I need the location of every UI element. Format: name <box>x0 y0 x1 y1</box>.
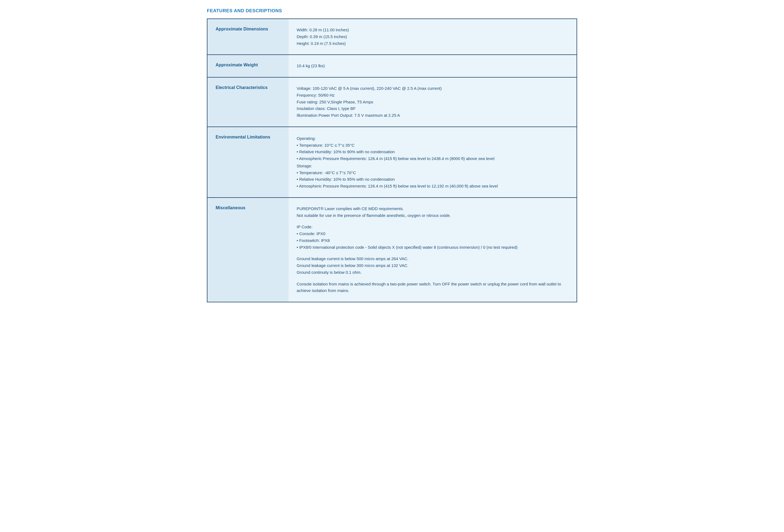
misc-para-1: PUREPOINT® Laser complies with CE MDD re… <box>297 205 568 219</box>
features-table: Approximate Dimensions Width: 0.28 m (11… <box>207 19 577 302</box>
dimension-line-2: Depth: 0.39 m (15.5 inches) <box>297 33 568 40</box>
ip-item-3: • IPX8/0 International protection code -… <box>297 244 568 251</box>
storage-item-2: • Relative Humidity: 10% to 95% with no … <box>297 176 568 183</box>
dimension-line-1: Width: 0.28 m (11.00 inches) <box>297 27 568 33</box>
row-value-miscellaneous: PUREPOINT® Laser complies with CE MDD re… <box>288 198 577 302</box>
electrical-line-3: Fuse rating: 250 V,Single Phase, T5 Amps <box>297 99 568 106</box>
electrical-line-1: Voltage: 100-120 VAC @ 5 A (max current)… <box>297 85 568 92</box>
row-label-electrical-characteristics: Electrical Characteristics <box>207 77 288 127</box>
misc-para-3: Ground leakage current is below 500 micr… <box>297 256 568 276</box>
misc-line-1-2: Not suitable for use in the presence of … <box>297 212 568 219</box>
misc-para-4: Console isolation from mains is achieved… <box>297 281 568 294</box>
row-value-environmental-limitations: Operating: • Temperature: 10°C ≤ T°≤ 35°… <box>288 127 577 198</box>
storage-label: Storage: <box>297 163 568 170</box>
ip-label: IP Code: <box>297 224 568 231</box>
row-value-approximate-weight: 10.4 kg (23 lbs) <box>288 55 577 77</box>
dimension-line-3: Height: 0.19 m (7.5 inches) <box>297 40 568 47</box>
weight-line-1: 10.4 kg (23 lbs) <box>297 63 568 69</box>
table-row: Environmental Limitations Operating: • T… <box>207 127 577 198</box>
row-value-approximate-dimensions: Width: 0.28 m (11.00 inches) Depth: 0.39… <box>288 19 577 55</box>
misc-line-4-1: Console isolation from mains is achieved… <box>297 281 568 294</box>
operating-label: Operating: <box>297 135 568 142</box>
row-label-miscellaneous: Miscellaneous <box>207 198 288 302</box>
misc-line-3-3: Ground continuity is below 0.1 ohm. <box>297 269 568 276</box>
row-value-electrical-characteristics: Voltage: 100-120 VAC @ 5 A (max current)… <box>288 77 577 127</box>
row-label-environmental-limitations: Environmental Limitations <box>207 127 288 198</box>
operating-item-3: • Atmospheric Pressure Requirements: 126… <box>297 155 568 162</box>
row-label-approximate-weight: Approximate Weight <box>207 55 288 77</box>
row-label-approximate-dimensions: Approximate Dimensions <box>207 19 288 55</box>
page-container: FEATURES AND DESCRIPTIONS Approximate Di… <box>196 0 588 311</box>
misc-line-1-1: PUREPOINT® Laser complies with CE MDD re… <box>297 205 568 212</box>
operating-item-2: • Relative Humidity: 10% to 90% with no … <box>297 149 568 155</box>
section-title: FEATURES AND DESCRIPTIONS <box>207 8 577 13</box>
misc-para-2: IP Code: • Console: IPX0 • Footswitch: I… <box>297 224 568 250</box>
electrical-line-2: Frequency: 50/60 Hz <box>297 92 568 99</box>
misc-line-3-1: Ground leakage current is below 500 micr… <box>297 256 568 262</box>
storage-item-3: • Atmospheric Pressure Requirements: 126… <box>297 183 568 190</box>
ip-item-2: • Footswitch: IPX8 <box>297 237 568 244</box>
table-row: Electrical Characteristics Voltage: 100-… <box>207 77 577 127</box>
misc-line-3-2: Ground leakage current is below 300 micr… <box>297 262 568 269</box>
electrical-line-5: Illumination Power Port Output: 7.5 V ma… <box>297 112 568 119</box>
ip-item-1: • Console: IPX0 <box>297 231 568 237</box>
table-row: Approximate Weight 10.4 kg (23 lbs) <box>207 55 577 77</box>
operating-item-1: • Temperature: 10°C ≤ T°≤ 35°C <box>297 142 568 149</box>
storage-item-1: • Temperature: -40°C ≤ T°≤ 70°C <box>297 170 568 176</box>
table-row: Approximate Dimensions Width: 0.28 m (11… <box>207 19 577 55</box>
electrical-line-4: Insulation class: Class I, type BF <box>297 105 568 112</box>
table-row: Miscellaneous PUREPOINT® Laser complies … <box>207 198 577 302</box>
